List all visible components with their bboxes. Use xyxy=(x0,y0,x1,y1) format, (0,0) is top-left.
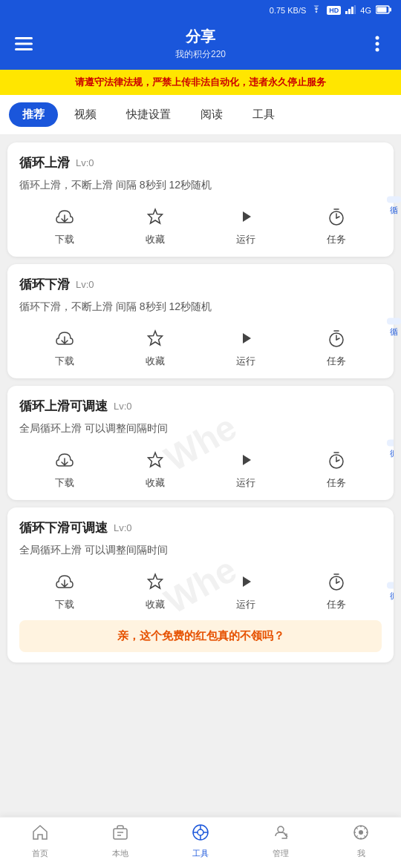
nav-local-label: 本地 xyxy=(112,848,128,859)
card3-run-button[interactable]: 运行 xyxy=(200,447,291,490)
card2-side-label: 循 xyxy=(387,318,401,325)
card2-desc: 循环下滑，不断上滑 间隔 8秒到 12秒随机 xyxy=(19,299,382,315)
card4-desc: 全局循环上滑 可以调整间隔时间 xyxy=(19,542,382,558)
nav-me[interactable]: 我 xyxy=(321,823,401,859)
card1-run-button[interactable]: 运行 xyxy=(200,203,291,246)
svg-rect-9 xyxy=(15,48,33,50)
svg-rect-2 xyxy=(351,7,353,14)
card-loop-scroll-down: 循环下滑 Lv:0 循环下滑，不断上滑 间隔 8秒到 12秒随机 下载 xyxy=(7,264,394,378)
hd-badge: HD xyxy=(327,6,341,15)
svg-rect-1 xyxy=(348,9,351,14)
card4-run-button[interactable]: 运行 xyxy=(200,568,291,611)
svg-rect-5 xyxy=(377,7,387,13)
card1-collect-button[interactable]: 收藏 xyxy=(110,203,200,246)
card1-task-label: 任务 xyxy=(327,233,346,246)
main-content: 循环上滑 Lv:0 循环上滑，不断上滑 间隔 8秒到 12秒随机 下载 xyxy=(0,135,401,729)
signal-icon xyxy=(345,5,356,16)
card4-download-label: 下载 xyxy=(55,598,74,611)
warning-banner: 请遵守法律法规，严禁上传非法自动化，违者永久停止服务 xyxy=(0,70,401,95)
card1-side-label: 循 xyxy=(387,197,401,203)
card1-header: 循环上滑 Lv:0 xyxy=(19,154,382,171)
manage-icon xyxy=(272,823,290,846)
svg-point-10 xyxy=(376,36,379,40)
battery-icon xyxy=(376,5,392,16)
timer-icon xyxy=(323,447,350,473)
score-subtitle: 我的积分220 xyxy=(175,48,226,61)
svg-rect-8 xyxy=(15,43,33,45)
svg-point-12 xyxy=(376,48,379,52)
svg-point-32 xyxy=(359,830,363,835)
card1-actions: 下载 收藏 运行 xyxy=(19,203,382,246)
nav-home[interactable]: 首页 xyxy=(0,823,80,859)
nav-manage-label: 管理 xyxy=(273,848,289,859)
nav-manage[interactable]: 管理 xyxy=(241,823,321,859)
star-icon xyxy=(142,447,169,473)
header-center: 分享 我的积分220 xyxy=(175,27,226,61)
tab-read[interactable]: 阅读 xyxy=(187,102,236,127)
tab-recommend[interactable]: 推荐 xyxy=(9,102,58,127)
svg-rect-0 xyxy=(345,11,348,14)
card3-run-label: 运行 xyxy=(236,476,255,490)
card3-task-button[interactable]: 任务 xyxy=(291,447,382,490)
download-icon xyxy=(51,568,78,595)
promo-banner[interactable]: 亲，这个免费的红包真的不领吗？ xyxy=(19,620,382,652)
status-bar: 0.75 KB/S HD 4G xyxy=(0,0,401,21)
menu-button[interactable] xyxy=(12,32,36,56)
local-icon xyxy=(111,823,129,846)
card2-run-button[interactable]: 运行 xyxy=(200,325,291,368)
star-icon xyxy=(142,325,169,352)
card1-run-label: 运行 xyxy=(236,233,255,246)
card4-download-button[interactable]: 下载 xyxy=(19,568,110,611)
card3-collect-button[interactable]: 收藏 xyxy=(110,447,200,490)
card2-collect-button[interactable]: 收藏 xyxy=(110,325,200,368)
home-icon xyxy=(31,823,49,846)
card1-download-label: 下载 xyxy=(55,233,74,246)
card4-collect-button[interactable]: 收藏 xyxy=(110,568,200,611)
card3-download-label: 下载 xyxy=(55,476,74,490)
svg-point-25 xyxy=(198,829,203,835)
header: 分享 我的积分220 xyxy=(0,21,401,70)
card1-collect-label: 收藏 xyxy=(146,233,165,246)
card4-task-label: 任务 xyxy=(327,598,346,611)
tab-bar: 推荐 视频 快捷设置 阅读 工具 xyxy=(0,95,401,135)
card3-title: 循环上滑可调速 xyxy=(19,398,108,415)
play-icon xyxy=(232,325,259,352)
tab-tools[interactable]: 工具 xyxy=(239,102,288,127)
card4-run-label: 运行 xyxy=(236,598,255,611)
card1-download-button[interactable]: 下载 xyxy=(19,203,110,246)
download-icon xyxy=(51,203,78,230)
card2-task-button[interactable]: 任务 xyxy=(291,325,382,368)
card4-task-button[interactable]: 任务 xyxy=(291,568,382,611)
card4-level: Lv:0 xyxy=(114,522,132,533)
card4-side-label: 循 xyxy=(387,582,394,588)
card3-header: 循环上滑可调速 Lv:0 xyxy=(19,398,382,415)
card2-run-label: 运行 xyxy=(236,355,255,368)
timer-icon xyxy=(323,203,350,230)
timer-icon xyxy=(323,325,350,352)
tab-video[interactable]: 视频 xyxy=(61,102,110,127)
card1-title: 循环上滑 xyxy=(19,154,70,171)
card-loop-scroll-up-speed: Whe 循环上滑可调速 Lv:0 全局循环上滑 可以调整间隔时间 下载 xyxy=(7,386,394,500)
card-loop-scroll-down-speed: Whe 循环下滑可调速 Lv:0 全局循环上滑 可以调整间隔时间 下载 xyxy=(7,507,394,662)
card3-task-label: 任务 xyxy=(327,476,346,490)
svg-rect-6 xyxy=(390,8,392,12)
card3-collect-label: 收藏 xyxy=(146,476,165,490)
card4-collect-label: 收藏 xyxy=(146,598,165,611)
play-icon xyxy=(232,568,259,595)
card2-task-label: 任务 xyxy=(327,355,346,368)
card1-level: Lv:0 xyxy=(76,157,94,168)
card2-actions: 下载 收藏 运行 xyxy=(19,325,382,368)
star-icon xyxy=(142,203,169,230)
card2-download-button[interactable]: 下载 xyxy=(19,325,110,368)
tab-quickset[interactable]: 快捷设置 xyxy=(113,102,184,127)
bottom-nav: 首页 本地 工具 xyxy=(0,817,401,868)
card3-side-label: 循 xyxy=(387,440,394,447)
svg-marker-19 xyxy=(243,576,251,587)
card1-task-button[interactable]: 任务 xyxy=(291,203,382,246)
card3-download-button[interactable]: 下载 xyxy=(19,447,110,490)
more-button[interactable] xyxy=(365,32,389,56)
nav-tools[interactable]: 工具 xyxy=(160,823,241,859)
card2-level: Lv:0 xyxy=(76,279,94,290)
card2-download-label: 下载 xyxy=(55,355,74,368)
nav-local[interactable]: 本地 xyxy=(80,823,160,859)
